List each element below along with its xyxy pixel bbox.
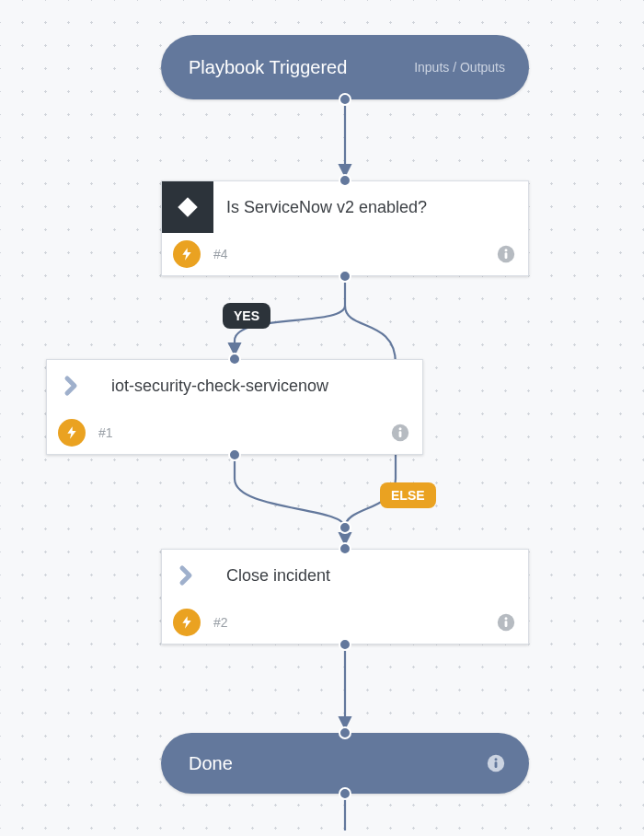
svg-rect-5 [178, 197, 197, 216]
end-title: Done [189, 753, 233, 774]
card-header: iot-security-check-servicenow [47, 360, 422, 412]
playbook-canvas[interactable]: Playbook Triggered Inputs / Outputs Is S… [0, 0, 644, 836]
card-header: Close incident [162, 550, 528, 601]
branch-label-yes[interactable]: YES [223, 303, 270, 329]
port [339, 638, 351, 651]
inputs-outputs-link[interactable]: Inputs / Outputs [414, 60, 505, 75]
info-icon[interactable] [391, 424, 409, 442]
port [339, 174, 351, 187]
port [228, 448, 241, 461]
bolt-icon [173, 240, 201, 268]
condition-node[interactable]: Is ServiceNow v2 enabled? #4 [161, 180, 529, 276]
port [228, 353, 241, 366]
card-header: Is ServiceNow v2 enabled? [162, 181, 528, 233]
task-number: #1 [98, 425, 113, 440]
svg-rect-17 [495, 761, 498, 768]
chevron-icon [47, 360, 98, 412]
bolt-icon [58, 419, 86, 447]
start-node[interactable]: Playbook Triggered Inputs / Outputs [161, 35, 529, 99]
info-icon[interactable] [497, 613, 515, 632]
info-icon[interactable] [497, 245, 515, 263]
task-number: #2 [213, 615, 228, 630]
port [339, 726, 351, 739]
svg-point-16 [495, 758, 498, 761]
end-node[interactable]: Done [161, 733, 529, 794]
task1-title: iot-security-check-servicenow [111, 377, 328, 396]
svg-point-7 [505, 249, 508, 251]
svg-rect-14 [505, 621, 508, 627]
task-node-1[interactable]: iot-security-check-servicenow #1 [46, 359, 423, 455]
start-title: Playbook Triggered [189, 57, 347, 78]
branch-label-else[interactable]: ELSE [380, 482, 436, 508]
task2-title: Close incident [226, 566, 330, 586]
svg-point-13 [505, 617, 508, 620]
svg-rect-8 [505, 252, 508, 259]
chevron-icon [162, 550, 213, 601]
port [339, 93, 351, 106]
task-node-2[interactable]: Close incident #2 [161, 549, 529, 644]
task-number: #4 [213, 247, 228, 261]
info-icon[interactable] [487, 754, 505, 772]
port [339, 787, 351, 800]
port [339, 542, 351, 555]
svg-point-10 [399, 427, 402, 430]
svg-rect-11 [399, 431, 402, 437]
port [339, 270, 351, 283]
condition-title: Is ServiceNow v2 enabled? [226, 198, 427, 217]
diamond-icon [162, 181, 213, 233]
bolt-icon [173, 609, 201, 636]
port [339, 521, 351, 534]
